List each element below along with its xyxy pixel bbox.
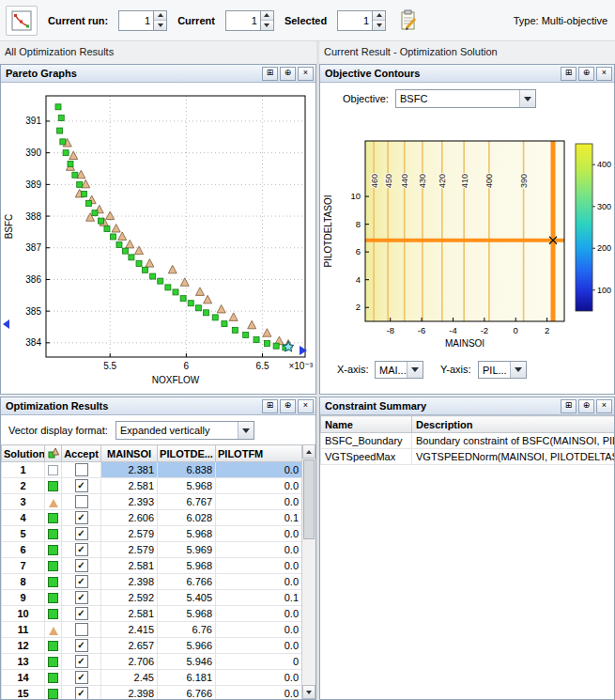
accept-checkbox[interactable]: ✓ (75, 591, 88, 604)
value-cell[interactable]: 5.968 (158, 606, 216, 622)
chevron-down-icon[interactable] (519, 90, 535, 107)
undock-icon[interactable]: ⊕ (578, 67, 594, 81)
value-cell[interactable]: 0.1 (216, 510, 302, 526)
table-row[interactable]: 6✓2.5795.9690.0 (2, 542, 302, 558)
chevron-down-icon[interactable] (407, 362, 423, 378)
value-cell[interactable]: 2.706 (101, 654, 158, 670)
table-row[interactable]: 32.3936.7670.0 (2, 494, 302, 510)
spin-down-icon[interactable] (154, 21, 166, 30)
value-cell[interactable]: 6.181 (158, 670, 216, 686)
scrollbar-thumb[interactable] (303, 459, 315, 539)
value-cell[interactable]: 5.968 (158, 558, 216, 574)
value-cell[interactable]: 0.1 (216, 590, 302, 606)
table-row[interactable]: 7✓2.5815.9680.0 (2, 558, 302, 574)
column-header-pilotdeltasoi[interactable]: PILOTDE... (158, 445, 216, 462)
value-cell[interactable]: 2.606 (101, 510, 158, 526)
value-cell[interactable]: 2.398 (101, 686, 158, 700)
accept-checkbox[interactable]: ✓ (75, 543, 88, 556)
table-row[interactable]: 14✓2.456.1810.0 (2, 670, 302, 686)
value-cell[interactable]: 2.592 (101, 590, 158, 606)
column-header-mainsoi[interactable]: MAINSOI (101, 445, 158, 462)
current-solution-input[interactable] (225, 10, 260, 31)
close-icon[interactable]: × (298, 67, 314, 81)
value-cell[interactable]: 6.028 (158, 510, 216, 526)
accept-checkbox[interactable] (75, 623, 88, 636)
accept-checkbox[interactable] (75, 495, 88, 508)
constraints-panel-titlebar[interactable]: Constraint Summary ⊞ ⊕ × (320, 397, 614, 415)
value-cell[interactable]: 5.968 (158, 478, 216, 494)
dock-icon[interactable]: ⊞ (561, 67, 577, 81)
pareto-chart-svg[interactable]: 3843853863873883893903915.566.5BSFCNOXFL… (1, 83, 315, 393)
value-cell[interactable]: 0.0 (216, 622, 302, 638)
column-header-name[interactable]: Name (321, 416, 412, 433)
value-cell[interactable]: 2.579 (101, 526, 158, 542)
accept-checkbox[interactable]: ✓ (75, 655, 88, 668)
undock-icon[interactable]: ⊕ (578, 399, 594, 413)
objective-select[interactable]: BSFC (395, 89, 536, 108)
table-row[interactable]: 13✓2.7065.9460 (2, 654, 302, 670)
value-cell[interactable]: 2.581 (101, 478, 158, 494)
selected-solution-input[interactable] (337, 10, 372, 31)
scroll-down-icon[interactable] (302, 685, 315, 699)
accept-checkbox[interactable]: ✓ (75, 479, 88, 492)
column-header-description[interactable]: Description (412, 416, 615, 433)
chevron-down-icon[interactable] (510, 362, 526, 378)
yaxis-select[interactable]: PIL... (478, 361, 527, 379)
close-icon[interactable]: × (596, 67, 612, 81)
constraint-row[interactable]: VGTSpeedMaxVGTSPEEDNorm(MAINSOI, PILOTDE… (321, 449, 615, 465)
value-cell[interactable]: 2.657 (101, 638, 158, 654)
value-cell[interactable]: 5.946 (158, 654, 216, 670)
scroll-up-icon[interactable] (302, 444, 315, 459)
value-cell[interactable]: 2.45 (101, 670, 158, 686)
table-row[interactable]: 12.3816.8380.0 (2, 462, 302, 478)
pareto-run-icon[interactable] (6, 6, 38, 36)
current-solution-spinner[interactable] (225, 10, 274, 31)
value-cell[interactable]: 2.415 (101, 622, 158, 638)
current-run-input[interactable] (118, 10, 153, 31)
contour-chart-svg[interactable]: 460450440430420410400390-8-6-4-202246810… (320, 113, 614, 392)
value-cell[interactable]: 6.76 (158, 622, 216, 638)
dock-icon[interactable]: ⊞ (262, 399, 278, 413)
spin-up-icon[interactable] (261, 11, 273, 22)
results-panel-titlebar[interactable]: Optimization Results ⊞ ⊕ × (1, 397, 315, 415)
table-row[interactable]: 5✓2.5795.9680.0 (2, 526, 302, 542)
column-header-solution[interactable]: Solution (2, 445, 45, 462)
value-cell[interactable]: 2.381 (101, 462, 158, 478)
clipboard-pencil-icon[interactable] (396, 8, 421, 34)
accept-checkbox[interactable] (75, 463, 88, 476)
accept-checkbox[interactable]: ✓ (75, 687, 88, 699)
column-header-marker[interactable] (45, 445, 62, 462)
value-cell[interactable]: 6.838 (158, 462, 216, 478)
undock-icon[interactable]: ⊕ (280, 67, 296, 81)
table-row[interactable]: 15✓2.3986.7660.0 (2, 686, 302, 700)
table-row[interactable]: 4✓2.6066.0280.1 (2, 510, 302, 526)
table-row[interactable]: 8✓2.3986.7660.0 (2, 574, 302, 590)
pareto-panel-titlebar[interactable]: Pareto Graphs ⊞ ⊕ × (1, 65, 315, 83)
value-cell[interactable]: 5.969 (158, 542, 216, 558)
close-icon[interactable]: × (298, 399, 314, 413)
value-cell[interactable]: 2.581 (101, 606, 158, 622)
spin-up-icon[interactable] (154, 11, 166, 22)
value-cell[interactable]: 0.0 (216, 606, 302, 622)
value-cell[interactable]: 0.0 (216, 462, 302, 478)
value-cell[interactable]: 6.767 (158, 494, 216, 510)
value-cell[interactable]: 0.0 (216, 686, 302, 700)
chevron-down-icon[interactable] (238, 422, 254, 439)
accept-checkbox[interactable]: ✓ (75, 575, 88, 588)
accept-checkbox[interactable]: ✓ (75, 671, 88, 684)
value-cell[interactable]: 2.579 (101, 542, 158, 558)
accept-checkbox[interactable]: ✓ (75, 607, 88, 620)
spin-down-icon[interactable] (373, 21, 385, 30)
table-row[interactable]: 12✓2.6575.9660.0 (2, 638, 302, 654)
accept-checkbox[interactable]: ✓ (75, 511, 88, 524)
value-cell[interactable]: 0.0 (216, 526, 302, 542)
value-cell[interactable]: 2.393 (101, 494, 158, 510)
results-scrollbar[interactable] (301, 444, 315, 699)
accept-checkbox[interactable]: ✓ (75, 527, 88, 540)
spin-up-icon[interactable] (373, 11, 385, 22)
value-cell[interactable]: 0.0 (216, 638, 302, 654)
dock-icon[interactable]: ⊞ (262, 67, 278, 81)
table-row[interactable]: 112.4156.760.0 (2, 622, 302, 638)
value-cell[interactable]: 6.766 (158, 574, 216, 590)
table-row[interactable]: 2✓2.5815.9680.0 (2, 478, 302, 494)
